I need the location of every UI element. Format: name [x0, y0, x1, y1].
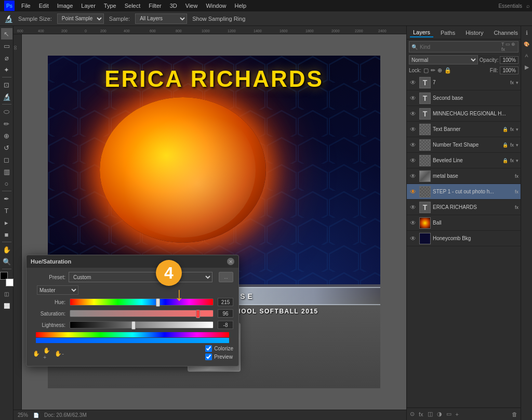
- lightness-slider-thumb[interactable]: [131, 321, 136, 330]
- layer-item-metal-base[interactable]: 👁 metal base fx: [407, 168, 521, 184]
- zoom-tool[interactable]: 🔍: [1, 256, 12, 267]
- layer-item-erica[interactable]: 👁 T ERICA RICHARDS fx: [407, 200, 521, 215]
- layer-link-icon[interactable]: ⊙: [410, 411, 415, 417]
- layer-item-minnechaug[interactable]: 👁 T MINNECHAUG REGIONAL H...: [407, 106, 521, 122]
- blend-mode-select[interactable]: Normal: [409, 55, 478, 64]
- type-tool[interactable]: T: [1, 205, 12, 216]
- layer-group-icon[interactable]: ▭: [446, 411, 451, 417]
- layer-visibility-honeycomb[interactable]: 👁: [409, 234, 417, 243]
- hue-value[interactable]: 215: [218, 298, 233, 306]
- properties-icon[interactable]: A: [522, 51, 531, 60]
- menu-file[interactable]: File: [18, 2, 34, 10]
- menu-select[interactable]: Select: [121, 2, 144, 10]
- tab-channels[interactable]: Channels: [490, 29, 521, 37]
- menu-filter[interactable]: Filter: [145, 2, 165, 10]
- layer-visibility-number-text[interactable]: 👁: [409, 141, 417, 149]
- layer-adjustment-icon[interactable]: ◑: [437, 411, 442, 417]
- eyedropper-tool[interactable]: 🔬: [1, 91, 12, 102]
- gradient-tool[interactable]: ▥: [1, 166, 12, 177]
- sample-size-select[interactable]: Point Sample: [57, 14, 104, 24]
- menu-view[interactable]: View: [182, 2, 202, 10]
- lock-image-icon[interactable]: ✏: [431, 67, 435, 74]
- layer-visibility-second-base[interactable]: 👁: [409, 94, 417, 102]
- tab-history[interactable]: History: [462, 29, 486, 37]
- menu-3d[interactable]: 3D: [166, 2, 181, 10]
- pen-tool[interactable]: ✒: [1, 193, 12, 204]
- layer-item-second-base[interactable]: 👁 T Second base: [407, 90, 521, 106]
- color-icon[interactable]: 🎨: [522, 40, 531, 49]
- screen-mode-toggle[interactable]: ⬜: [1, 300, 12, 311]
- spot-heal-tool[interactable]: ⬭: [1, 106, 12, 117]
- dialog-close-button[interactable]: ✕: [227, 258, 234, 265]
- layer-item-7[interactable]: 👁 T 7 fx ▾: [407, 75, 521, 90]
- layer-new-icon[interactable]: +: [456, 411, 459, 417]
- hand-tool[interactable]: ✋: [1, 244, 12, 255]
- fill-value[interactable]: 100%: [500, 67, 518, 74]
- layer-visibility-beveled-line[interactable]: 👁: [409, 156, 417, 165]
- menu-layer[interactable]: Layer: [77, 2, 99, 10]
- layer-expand-number-text[interactable]: ▾: [516, 142, 518, 148]
- layer-item-ball[interactable]: 👁 Ball: [407, 215, 521, 231]
- quick-mask-toggle[interactable]: ◫: [1, 288, 12, 299]
- lock-position-icon[interactable]: ⊕: [437, 67, 442, 74]
- menu-help[interactable]: Help: [231, 2, 250, 10]
- saturation-value[interactable]: 96: [218, 309, 233, 318]
- layer-item-beveled-line[interactable]: 👁 Beveled Line 🔒 fx ▾: [407, 153, 521, 168]
- lightness-value[interactable]: -8: [218, 321, 233, 329]
- layer-delete-icon[interactable]: 🗑: [512, 411, 517, 417]
- history-brush-tool[interactable]: ↺: [1, 142, 12, 153]
- layer-visibility-minnechaug[interactable]: 👁: [409, 110, 417, 118]
- preset-select[interactable]: Custom: [69, 272, 212, 282]
- crop-tool[interactable]: ⊡: [1, 79, 12, 90]
- layer-style-icon[interactable]: fx: [419, 411, 423, 417]
- layer-mask-icon[interactable]: ◫: [428, 411, 433, 417]
- menu-edit[interactable]: Edit: [35, 2, 52, 10]
- opacity-value[interactable]: 100%: [500, 56, 518, 64]
- layer-visibility-erica[interactable]: 👁: [409, 203, 417, 212]
- layer-visibility-metal-base[interactable]: 👁: [409, 172, 417, 180]
- search-icon[interactable]: ⌕: [526, 3, 530, 9]
- hand-sample-tool[interactable]: ✋: [32, 349, 41, 358]
- layer-item-number-text[interactable]: 👁 Number Text Shape 🔒 fx ▾: [407, 137, 521, 153]
- shape-tool[interactable]: ■: [1, 229, 12, 240]
- clone-tool[interactable]: ⊕: [1, 130, 12, 141]
- move-tool[interactable]: ↖: [1, 28, 12, 40]
- sample-select[interactable]: All Layers: [135, 14, 187, 24]
- menu-image[interactable]: Image: [54, 2, 77, 10]
- saturation-slider-thumb[interactable]: [196, 310, 200, 318]
- tab-paths[interactable]: Paths: [437, 29, 458, 37]
- layer-visibility-ball[interactable]: 👁: [409, 219, 417, 227]
- background-color[interactable]: [6, 279, 14, 286]
- marquee-tool[interactable]: ▭: [1, 40, 12, 51]
- info-icon[interactable]: ℹ: [522, 28, 531, 37]
- layer-search-bar[interactable]: 🔍 T ▭ ⊕ fx: [409, 41, 518, 52]
- preview-checkbox[interactable]: [205, 353, 212, 360]
- layer-expand-beveled-line[interactable]: ▾: [516, 158, 518, 163]
- lock-all-icon[interactable]: 🔒: [444, 67, 451, 74]
- menu-type[interactable]: Type: [100, 2, 120, 10]
- menu-window[interactable]: Window: [202, 2, 230, 10]
- eraser-tool[interactable]: ◻: [1, 154, 12, 165]
- play-icon[interactable]: ▶: [522, 62, 531, 72]
- layer-visibility-text-banner[interactable]: 👁: [409, 125, 417, 134]
- layer-item-step1[interactable]: 👁 STEP 1 - cut out photo h... fx: [407, 184, 521, 200]
- preset-options-button[interactable]: ...: [219, 272, 233, 282]
- colorize-checkbox[interactable]: [205, 345, 212, 352]
- hue-slider-thumb[interactable]: [156, 298, 160, 307]
- remove-sample-tool[interactable]: ✋-: [55, 349, 64, 358]
- lock-transparent-icon[interactable]: ▢: [423, 67, 429, 74]
- layer-visibility-7[interactable]: 👁: [409, 78, 417, 87]
- layer-visibility-step1[interactable]: 👁: [409, 188, 417, 196]
- dodge-tool[interactable]: ○: [1, 178, 12, 189]
- brush-tool[interactable]: ✏: [1, 118, 12, 129]
- tab-layers[interactable]: Layers: [410, 28, 433, 37]
- lasso-tool[interactable]: ⌀: [1, 52, 12, 63]
- color-swatches[interactable]: [0, 272, 14, 286]
- magic-wand-tool[interactable]: ✦: [1, 64, 12, 75]
- add-sample-tool[interactable]: ✋+: [43, 349, 52, 358]
- path-select-tool[interactable]: ▸: [1, 217, 12, 228]
- layer-expand-text-banner[interactable]: ▾: [516, 127, 518, 132]
- layer-item-text-banner[interactable]: 👁 Text Banner 🔒 fx ▾: [407, 122, 521, 137]
- channel-select[interactable]: Master: [37, 285, 78, 295]
- layer-expand-7[interactable]: ▾: [516, 80, 518, 85]
